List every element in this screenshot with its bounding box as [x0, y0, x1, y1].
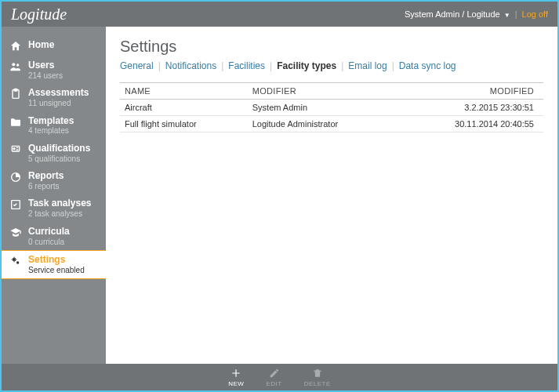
badge-icon: [9, 143, 22, 156]
table-row[interactable]: Aircraft System Admin 3.2.2015 23:30:51: [120, 100, 543, 116]
divider: |: [270, 60, 272, 71]
cell-name: Aircraft: [120, 100, 248, 116]
sidebar-item-label: Reports: [28, 171, 64, 182]
sidebar-item-reports[interactable]: Reports6 reports: [2, 167, 106, 194]
col-header-modified[interactable]: MODIFIED: [397, 83, 543, 100]
tab-data-sync-log[interactable]: Data sync log: [399, 60, 456, 71]
footer-btn-label: DELETE: [304, 380, 331, 387]
chart-icon: [9, 171, 22, 183]
sidebar-item-sublabel: 4 templates: [28, 126, 74, 136]
header-right: System Admin / Logitude ▼ | Log off: [405, 9, 548, 19]
svg-point-1: [16, 64, 19, 66]
cell-name: Full flight simulator: [120, 116, 248, 132]
sidebar-item-label: Curricula: [28, 227, 70, 238]
user-context-label: System Admin / Logitude: [405, 9, 500, 19]
sidebar-item-label: Home: [28, 40, 54, 51]
main-content: Settings General | Notifications | Facil…: [106, 27, 557, 364]
svg-rect-3: [14, 89, 17, 92]
sidebar-item-sublabel: 11 unsigned: [28, 99, 89, 108]
svg-point-0: [12, 63, 15, 66]
sidebar-item-curricula[interactable]: Curricula0 curricula: [2, 223, 106, 250]
tab-notifications[interactable]: Notifications: [165, 60, 216, 71]
sidebar-item-sublabel: 0 curricula: [28, 238, 70, 247]
checklist-icon: [9, 198, 22, 211]
table-row[interactable]: Full flight simulator Logitude Administr…: [120, 116, 543, 132]
sidebar-item-task-analyses[interactable]: Task analyses2 task analyses: [2, 194, 106, 222]
tab-facility-types[interactable]: Facility types: [277, 60, 336, 71]
col-header-modifier[interactable]: MODIFIER: [248, 83, 397, 100]
sidebar-item-home[interactable]: Home: [2, 36, 106, 56]
facility-types-table: NAME MODIFIER MODIFIED Aircraft System A…: [120, 82, 543, 132]
app-header: Logitude System Admin / Logitude ▼ | Log…: [2, 2, 557, 27]
trash-icon: [311, 367, 324, 379]
footer-btn-label: EDIT: [266, 380, 281, 387]
home-icon: [9, 40, 22, 53]
page-title: Settings: [120, 38, 543, 56]
divider: |: [392, 60, 394, 71]
sidebar-item-assessments[interactable]: Assessments11 unsigned: [2, 84, 106, 111]
sidebar-item-sublabel: 5 qualifications: [28, 154, 90, 164]
pencil-icon: [268, 367, 281, 379]
sidebar-item-sublabel: 214 users: [28, 71, 63, 81]
sidebar-item-label: Assessments: [28, 88, 89, 99]
user-context-dropdown[interactable]: System Admin / Logitude ▼: [405, 9, 510, 19]
tabs-bar: General | Notifications | Facilities | F…: [120, 60, 543, 71]
sidebar-item-sublabel: 6 reports: [28, 182, 64, 191]
cell-modified: 3.2.2015 23:30:51: [397, 100, 543, 116]
sidebar-item-users[interactable]: Users214 users: [2, 56, 106, 84]
sidebar-item-sublabel: 2 task analyses: [28, 209, 92, 219]
folder-icon: [9, 116, 22, 129]
divider: |: [158, 60, 161, 71]
sidebar-item-label: Users: [28, 60, 63, 71]
delete-button[interactable]: DELETE: [304, 367, 331, 387]
logoff-link[interactable]: Log off: [522, 9, 548, 19]
tab-facilities[interactable]: Facilities: [228, 60, 265, 71]
col-header-name[interactable]: NAME: [120, 83, 248, 100]
plus-icon: [230, 367, 242, 379]
edit-button[interactable]: EDIT: [266, 367, 281, 387]
sidebar-item-sublabel: Service enabled: [28, 266, 85, 275]
svg-point-5: [13, 148, 15, 150]
cell-modifier: System Admin: [248, 100, 397, 116]
footer-btn-label: NEW: [228, 380, 244, 387]
cell-modifier: Logitude Administrator: [248, 116, 397, 132]
users-icon: [9, 60, 22, 73]
graduation-icon: [9, 227, 22, 239]
sidebar-item-templates[interactable]: Templates4 templates: [2, 112, 106, 140]
sidebar-item-settings[interactable]: SettingsService enabled: [2, 250, 106, 279]
gears-icon: [9, 255, 22, 267]
clipboard-icon: [9, 88, 22, 100]
sidebar-item-label: Templates: [28, 116, 74, 127]
footer-toolbar: NEW EDIT DELETE: [2, 364, 557, 390]
chevron-down-icon: ▼: [504, 12, 510, 19]
svg-point-10: [16, 261, 19, 263]
divider: |: [515, 9, 517, 19]
app-logo: Logitude: [11, 5, 67, 24]
sidebar-item-label: Settings: [28, 255, 85, 266]
sidebar-item-qualifications[interactable]: Qualifications5 qualifications: [2, 140, 106, 167]
divider: |: [221, 60, 223, 71]
new-button[interactable]: NEW: [228, 367, 244, 387]
sidebar: Home Users214 users Assessments11 unsign…: [2, 27, 106, 364]
cell-modified: 30.11.2014 20:40:55: [397, 116, 543, 132]
tab-email-log[interactable]: Email log: [348, 60, 387, 71]
sidebar-item-label: Task analyses: [28, 198, 92, 209]
sidebar-item-label: Qualifications: [28, 143, 90, 154]
tab-general[interactable]: General: [120, 60, 154, 71]
divider: |: [341, 60, 343, 71]
